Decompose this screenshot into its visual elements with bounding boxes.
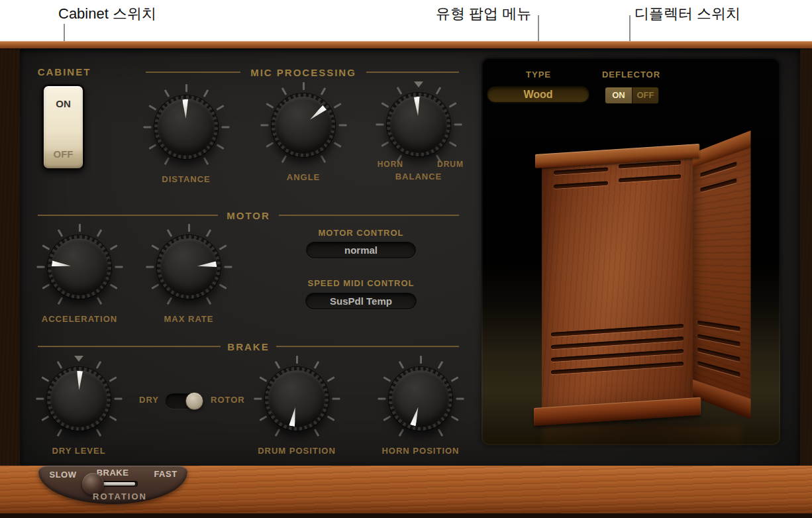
rotor-cabinet-plugin-window: CABINET ON OFF MIC PROCESSING DISTANCE A…	[0, 41, 812, 518]
distance-knob[interactable]: DISTANCE	[136, 78, 236, 190]
knob-pointer	[134, 213, 244, 322]
bottom-shadow-strip	[0, 513, 812, 518]
drum-position-knob[interactable]: DRUM POSITION	[247, 349, 346, 462]
knob-pointer	[27, 347, 130, 450]
toggle-dry-label: DRY	[119, 395, 159, 405]
toggle-knob[interactable]	[185, 392, 203, 410]
knob-label: MAX RATE	[139, 314, 238, 324]
cabinet-switch-on-label[interactable]: ON	[44, 98, 83, 109]
lever-shaft[interactable]	[101, 482, 135, 486]
cabinet-display-panel: TYPE Wood DEFLECTOR ON OFF	[482, 58, 780, 445]
cabinet-switch[interactable]: ON OFF	[42, 84, 85, 170]
deflector-switch[interactable]: ON OFF	[605, 87, 659, 104]
wood-frame-top	[0, 41, 812, 48]
knob-pointer	[24, 211, 134, 322]
deflector-on-button[interactable]: ON	[605, 87, 632, 103]
type-label: TYPE	[505, 70, 572, 79]
cabinet-floor-reflection	[543, 425, 742, 457]
cabinet-section-label: CABINET	[31, 66, 97, 78]
rotation-title: ROTATION	[93, 492, 132, 501]
angle-knob[interactable]: ANGLE	[254, 76, 353, 188]
annotation-cabinet-switch: Cabinet 스위치	[58, 4, 156, 24]
knob-label: DRUM POSITION	[247, 446, 346, 456]
deflector-label: DEFLECTOR	[598, 70, 664, 79]
knob-label: DRY LEVEL	[29, 446, 128, 456]
knob-label: BALANCE	[369, 172, 468, 181]
dry-level-knob[interactable]: DRY LEVEL	[29, 349, 128, 462]
deflector-off-button[interactable]: OFF	[632, 87, 658, 103]
rotation-slow-label[interactable]: SLOW	[43, 470, 83, 480]
speed-midi-control-popup[interactable]: SusPdl Temp	[305, 293, 417, 309]
balance-horn-label: HORN	[370, 160, 403, 169]
knob-pointer	[239, 341, 354, 456]
speed-midi-control-label: SPEED MIDI CONTROL	[295, 278, 427, 288]
cabinet-side-face	[693, 130, 750, 419]
acceleration-knob[interactable]: ACCELERATION	[30, 217, 129, 330]
screenshot-root: Cabinet 스위치 유형 팝업 메뉴 디플렉터 스위치 CABINET ON…	[0, 0, 812, 518]
horn-position-knob[interactable]: HORN POSITION	[371, 349, 470, 462]
motor-control-popup[interactable]: normal	[306, 242, 416, 258]
toggle-rotor-label: ROTOR	[211, 395, 250, 405]
balance-knob[interactable]: HORN DRUM BALANCE	[369, 75, 468, 187]
knob-label: ANGLE	[254, 172, 353, 182]
brake-header-line-right	[276, 346, 459, 347]
balance-drum-label: DRUM	[437, 160, 470, 169]
annotation-deflector-switch: 디플렉터 스위치	[634, 4, 740, 24]
wood-cabinet-image	[530, 147, 752, 458]
max-rate-knob[interactable]: MAX RATE	[139, 217, 238, 330]
type-popup-menu[interactable]: Wood	[487, 86, 589, 103]
motor-header-line-right	[279, 215, 459, 216]
brake-header-line-left	[38, 346, 221, 347]
wood-frame-right	[800, 41, 812, 518]
knob-label: ACCELERATION	[30, 314, 129, 324]
cabinet-front-face	[542, 154, 693, 411]
knob-label: HORN POSITION	[371, 446, 470, 456]
knob-label: DISTANCE	[136, 174, 236, 184]
cabinet-switch-off-label[interactable]: OFF	[44, 148, 83, 160]
motor-control-label: MOTOR CONTROL	[295, 228, 427, 238]
annotation-type-popup: 유형 팝업 메뉴	[436, 4, 531, 24]
rotation-fast-label[interactable]: FAST	[146, 469, 185, 479]
dry-rotor-toggle[interactable]	[166, 393, 203, 409]
knob-pointer	[134, 76, 237, 178]
mic-header-line-left	[146, 72, 240, 73]
wood-frame-left	[0, 41, 20, 518]
